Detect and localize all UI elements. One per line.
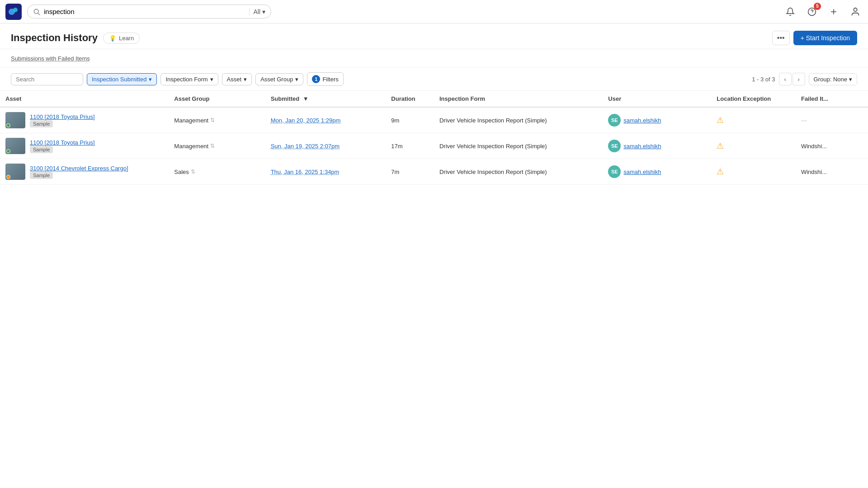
duration-value: 7m [391, 169, 399, 175]
chevron-down-icon: ▾ [149, 76, 152, 83]
lightbulb-icon: 💡 [109, 35, 116, 42]
search-all-label: All [253, 8, 260, 15]
search-input[interactable] [44, 8, 245, 15]
duration-value: 17m [391, 143, 402, 150]
user-name-link[interactable]: samah.elshikh [623, 117, 661, 124]
failed-items-value: — [801, 117, 807, 124]
table-search-input[interactable] [11, 73, 83, 85]
col-header-form[interactable]: Inspection Form [434, 91, 603, 107]
col-header-duration[interactable]: Duration [386, 91, 434, 107]
filters-label: Filters [322, 76, 338, 83]
user-cell-2: SE samah.elshikh [603, 159, 711, 185]
more-options-button[interactable]: ••• [772, 31, 790, 45]
failed-items-cell-2: Windshi... [796, 159, 868, 185]
col-header-submitted[interactable]: Submitted ▼ [265, 91, 386, 107]
location-exception-cell-2: ⚠ [711, 159, 796, 185]
svg-point-3 [34, 9, 38, 14]
user-avatar: SE [608, 114, 621, 127]
col-header-user[interactable]: User [603, 91, 711, 107]
warning-icon: ⚠ [717, 141, 724, 150]
location-exception-cell-0: ⚠ [711, 107, 796, 133]
svg-point-2 [13, 8, 18, 12]
col-header-asset[interactable]: Asset [0, 91, 169, 107]
asset-group-sort-icon: ⇅ [191, 169, 195, 175]
filters-button[interactable]: 1 Filters [307, 72, 343, 86]
user-menu-button[interactable] [848, 5, 863, 19]
app-logo [5, 4, 22, 20]
user-cell-1: SE samah.elshikh [603, 133, 711, 159]
sample-badge: Sample [30, 120, 53, 127]
asset-name-link[interactable]: 3100 [2014 Chevrolet Express Cargo] [30, 165, 128, 172]
inspection-table: Asset Asset Group Submitted ▼ Duration I… [0, 91, 868, 185]
sample-badge: Sample [30, 172, 53, 179]
sort-desc-icon: ▼ [303, 95, 309, 102]
search-bar: All ▾ [27, 5, 271, 19]
learn-button[interactable]: 💡 Learn [103, 33, 140, 44]
notifications-button[interactable] [783, 5, 797, 19]
asset-name-link[interactable]: 1100 [2018 Toyota Prius] [30, 113, 95, 120]
user-avatar: SE [608, 165, 621, 178]
inspection-submitted-filter[interactable]: Inspection Submitted ▾ [87, 73, 157, 85]
group-label: Group: None [814, 76, 847, 83]
svg-line-4 [38, 13, 40, 15]
inspection-form-filter[interactable]: Inspection Form ▾ [160, 73, 218, 85]
chevron-down-icon: ▾ [244, 76, 247, 83]
chevron-down-icon: ▾ [262, 8, 265, 15]
asset-status-dot [6, 149, 10, 153]
submitted-cell-0: Mon, Jan 20, 2025 1:29pm [265, 107, 386, 133]
page-header: Inspection History 💡 Learn ••• + Start I… [0, 23, 868, 49]
asset-cell-0: 1100 [2018 Toyota Prius] Sample [0, 107, 169, 133]
warning-icon: ⚠ [717, 167, 724, 176]
asset-group-value: Management [174, 143, 208, 150]
location-exception-cell-1: ⚠ [711, 133, 796, 159]
prev-page-button[interactable]: ‹ [779, 73, 792, 85]
start-inspection-button[interactable]: + Start Inspection [793, 31, 857, 45]
col-header-failed-items[interactable]: Failed It... [796, 91, 868, 107]
search-all-dropdown[interactable]: All ▾ [249, 8, 265, 15]
submitted-date-link[interactable]: Sun, Jan 19, 2025 2:07pm [271, 143, 340, 150]
asset-group-cell-0: Management ⇅ [169, 107, 265, 133]
inspection-form-value: Driver Vehicle Inspection Report (Simple… [439, 169, 547, 175]
inspection-form-label: Inspection Form [165, 76, 208, 83]
pagination-controls: ‹ › [779, 73, 805, 85]
asset-group-cell-2: Sales ⇅ [169, 159, 265, 185]
submitted-cell-2: Thu, Jan 16, 2025 1:34pm [265, 159, 386, 185]
failed-items-link[interactable]: Submissions with Failed Items [11, 55, 90, 62]
next-page-button[interactable]: › [793, 73, 805, 85]
user-name-link[interactable]: samah.elshikh [623, 169, 661, 175]
pagination-info: 1 - 3 of 3 [752, 76, 775, 83]
help-badge: 5 [814, 3, 821, 10]
search-icon [33, 8, 40, 15]
asset-group-value: Sales [174, 169, 189, 175]
submitted-cell-1: Sun, Jan 19, 2025 2:07pm [265, 133, 386, 159]
asset-group-sort-icon: ⇅ [210, 143, 215, 149]
chevron-down-icon: ▾ [210, 76, 213, 83]
filters-count-badge: 1 [312, 75, 320, 83]
table-header-row: Asset Asset Group Submitted ▼ Duration I… [0, 91, 868, 107]
group-dropdown[interactable]: Group: None ▾ [809, 73, 857, 85]
top-nav: All ▾ 5 [0, 0, 868, 23]
add-button[interactable] [826, 5, 841, 19]
submitted-date-link[interactable]: Thu, Jan 16, 2025 1:34pm [271, 169, 340, 175]
duration-value: 9m [391, 117, 399, 124]
sample-badge: Sample [30, 146, 53, 153]
nav-right: 5 [783, 5, 863, 19]
submitted-date-link[interactable]: Mon, Jan 20, 2025 1:29pm [271, 117, 341, 124]
failed-items-cell-1: Windshi... [796, 133, 868, 159]
col-header-assetgroup[interactable]: Asset Group [169, 91, 265, 107]
user-cell-0: SE samah.elshikh [603, 107, 711, 133]
asset-group-sort-icon: ⇅ [210, 117, 215, 123]
asset-name-link[interactable]: 1100 [2018 Toyota Prius] [30, 139, 95, 146]
failed-items-value: Windshi... [801, 143, 827, 150]
inspection-form-value: Driver Vehicle Inspection Report (Simple… [439, 117, 547, 124]
user-name-link[interactable]: samah.elshikh [623, 143, 661, 150]
table-row: 3100 [2014 Chevrolet Express Cargo] Samp… [0, 159, 868, 185]
chevron-down-icon: ▾ [849, 76, 852, 83]
asset-cell-1: 1100 [2018 Toyota Prius] Sample [0, 133, 169, 159]
col-header-location-exception[interactable]: Location Exception [711, 91, 796, 107]
help-button[interactable]: 5 [805, 5, 819, 19]
asset-filter[interactable]: Asset ▾ [222, 73, 252, 85]
asset-thumbnail [5, 138, 25, 154]
asset-group-filter[interactable]: Asset Group ▾ [255, 73, 303, 85]
inspection-form-cell-2: Driver Vehicle Inspection Report (Simple… [434, 159, 603, 185]
